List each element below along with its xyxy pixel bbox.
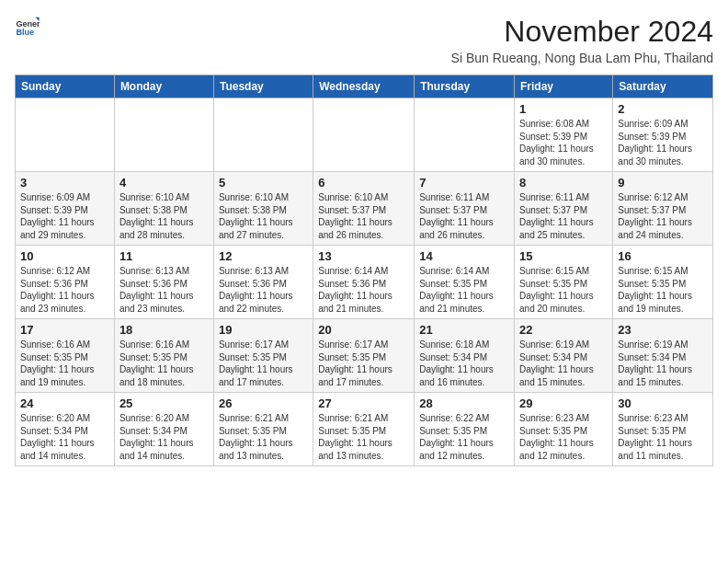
calendar-day-cell: 28Sunrise: 6:22 AMSunset: 5:35 PMDayligh…: [415, 393, 515, 466]
calendar-table: SundayMondayTuesdayWednesdayThursdayFrid…: [15, 75, 713, 466]
calendar-day-cell: 3Sunrise: 6:09 AMSunset: 5:39 PMDaylight…: [16, 172, 115, 246]
day-number: 25: [119, 396, 209, 410]
svg-text:Blue: Blue: [16, 28, 34, 37]
day-number: 14: [419, 249, 509, 263]
day-number: 13: [318, 249, 409, 263]
day-number: 11: [119, 249, 209, 263]
calendar-week-row: 17Sunrise: 6:16 AMSunset: 5:35 PMDayligh…: [16, 319, 713, 393]
calendar-day-cell: 18Sunrise: 6:16 AMSunset: 5:35 PMDayligh…: [114, 319, 213, 393]
calendar-day-cell: 22Sunrise: 6:19 AMSunset: 5:34 PMDayligh…: [515, 319, 613, 393]
month-title: November 2024: [451, 15, 713, 49]
svg-text:General: General: [16, 19, 40, 29]
calendar-day-cell: 30Sunrise: 6:23 AMSunset: 5:35 PMDayligh…: [613, 393, 713, 466]
day-number: 10: [20, 249, 109, 263]
calendar-day-cell: 11Sunrise: 6:13 AMSunset: 5:36 PMDayligh…: [114, 246, 213, 319]
day-of-week-header: Thursday: [415, 75, 515, 98]
day-info: Sunrise: 6:19 AMSunset: 5:34 PMDaylight:…: [519, 339, 608, 388]
calendar-day-cell: [16, 98, 115, 172]
day-info: Sunrise: 6:23 AMSunset: 5:35 PMDaylight:…: [519, 412, 608, 462]
day-info: Sunrise: 6:15 AMSunset: 5:35 PMDaylight:…: [519, 265, 608, 315]
calendar-day-cell: 19Sunrise: 6:17 AMSunset: 5:35 PMDayligh…: [213, 319, 313, 393]
day-info: Sunrise: 6:10 AMSunset: 5:38 PMDaylight:…: [119, 191, 209, 241]
day-info: Sunrise: 6:08 AMSunset: 5:39 PMDaylight:…: [519, 118, 608, 167]
logo: General Blue General Blue: [15, 15, 40, 40]
day-info: Sunrise: 6:15 AMSunset: 5:35 PMDaylight:…: [618, 265, 708, 315]
calendar-day-cell: 9Sunrise: 6:12 AMSunset: 5:37 PMDaylight…: [613, 172, 713, 246]
day-number: 28: [419, 396, 509, 410]
calendar-day-cell: 13Sunrise: 6:14 AMSunset: 5:36 PMDayligh…: [313, 246, 415, 319]
calendar-week-row: 10Sunrise: 6:12 AMSunset: 5:36 PMDayligh…: [16, 246, 713, 319]
calendar-day-cell: 15Sunrise: 6:15 AMSunset: 5:35 PMDayligh…: [515, 246, 613, 319]
day-number: 7: [419, 176, 509, 190]
calendar-week-row: 24Sunrise: 6:20 AMSunset: 5:34 PMDayligh…: [16, 393, 713, 466]
day-number: 22: [519, 323, 608, 337]
day-info: Sunrise: 6:09 AMSunset: 5:39 PMDaylight:…: [618, 118, 708, 167]
day-number: 4: [119, 176, 209, 190]
day-info: Sunrise: 6:17 AMSunset: 5:35 PMDaylight:…: [219, 339, 308, 388]
day-info: Sunrise: 6:12 AMSunset: 5:36 PMDaylight:…: [20, 265, 109, 315]
day-number: 5: [219, 176, 308, 190]
day-info: Sunrise: 6:21 AMSunset: 5:35 PMDaylight:…: [219, 412, 308, 462]
calendar-day-cell: 24Sunrise: 6:20 AMSunset: 5:34 PMDayligh…: [16, 393, 115, 466]
day-number: 24: [20, 396, 109, 410]
calendar-day-cell: 10Sunrise: 6:12 AMSunset: 5:36 PMDayligh…: [16, 246, 115, 319]
day-number: 20: [318, 323, 409, 337]
day-number: 1: [519, 102, 608, 116]
day-info: Sunrise: 6:09 AMSunset: 5:39 PMDaylight:…: [20, 191, 109, 241]
calendar-day-cell: 6Sunrise: 6:10 AMSunset: 5:37 PMDaylight…: [313, 172, 415, 246]
day-of-week-header: Sunday: [16, 75, 115, 98]
day-of-week-header: Friday: [515, 75, 613, 98]
day-number: 30: [618, 396, 708, 410]
day-number: 29: [519, 396, 608, 410]
calendar-day-cell: 16Sunrise: 6:15 AMSunset: 5:35 PMDayligh…: [613, 246, 713, 319]
calendar-day-cell: 25Sunrise: 6:20 AMSunset: 5:34 PMDayligh…: [114, 393, 213, 466]
calendar-day-cell: 27Sunrise: 6:21 AMSunset: 5:35 PMDayligh…: [313, 393, 415, 466]
day-number: 18: [119, 323, 209, 337]
day-number: 2: [618, 102, 708, 116]
day-number: 8: [519, 176, 608, 190]
day-number: 9: [618, 176, 708, 190]
day-info: Sunrise: 6:10 AMSunset: 5:37 PMDaylight:…: [318, 191, 409, 241]
calendar-day-cell: [313, 98, 415, 172]
day-info: Sunrise: 6:11 AMSunset: 5:37 PMDaylight:…: [419, 191, 509, 241]
calendar-day-cell: 12Sunrise: 6:13 AMSunset: 5:36 PMDayligh…: [213, 246, 313, 319]
calendar-day-cell: 26Sunrise: 6:21 AMSunset: 5:35 PMDayligh…: [213, 393, 313, 466]
day-info: Sunrise: 6:13 AMSunset: 5:36 PMDaylight:…: [219, 265, 308, 315]
day-info: Sunrise: 6:14 AMSunset: 5:36 PMDaylight:…: [318, 265, 409, 315]
day-info: Sunrise: 6:23 AMSunset: 5:35 PMDaylight:…: [618, 412, 708, 462]
day-info: Sunrise: 6:17 AMSunset: 5:35 PMDaylight:…: [318, 339, 409, 388]
logo-icon: General Blue: [15, 15, 40, 40]
calendar-day-cell: [415, 98, 515, 172]
calendar-day-cell: [213, 98, 313, 172]
day-info: Sunrise: 6:16 AMSunset: 5:35 PMDaylight:…: [119, 339, 209, 388]
calendar-day-cell: 20Sunrise: 6:17 AMSunset: 5:35 PMDayligh…: [313, 319, 415, 393]
day-number: 15: [519, 249, 608, 263]
calendar-day-cell: 5Sunrise: 6:10 AMSunset: 5:38 PMDaylight…: [213, 172, 313, 246]
title-block: November 2024 Si Bun Rueang, Nong Bua La…: [451, 15, 713, 65]
calendar-day-cell: 21Sunrise: 6:18 AMSunset: 5:34 PMDayligh…: [415, 319, 515, 393]
calendar-day-cell: 4Sunrise: 6:10 AMSunset: 5:38 PMDaylight…: [114, 172, 213, 246]
day-number: 23: [618, 323, 708, 337]
day-of-week-header: Monday: [114, 75, 213, 98]
calendar-day-cell: 2Sunrise: 6:09 AMSunset: 5:39 PMDaylight…: [613, 98, 713, 172]
calendar-day-cell: 23Sunrise: 6:19 AMSunset: 5:34 PMDayligh…: [613, 319, 713, 393]
day-number: 19: [219, 323, 308, 337]
day-info: Sunrise: 6:20 AMSunset: 5:34 PMDaylight:…: [119, 412, 209, 462]
day-number: 26: [219, 396, 308, 410]
calendar-week-row: 3Sunrise: 6:09 AMSunset: 5:39 PMDaylight…: [16, 172, 713, 246]
day-number: 12: [219, 249, 308, 263]
day-number: 6: [318, 176, 409, 190]
day-of-week-header: Wednesday: [313, 75, 415, 98]
calendar-header-row: SundayMondayTuesdayWednesdayThursdayFrid…: [16, 75, 713, 98]
day-number: 17: [20, 323, 109, 337]
day-number: 27: [318, 396, 409, 410]
day-info: Sunrise: 6:18 AMSunset: 5:34 PMDaylight:…: [419, 339, 509, 388]
location-subtitle: Si Bun Rueang, Nong Bua Lam Phu, Thailan…: [451, 51, 713, 65]
day-info: Sunrise: 6:22 AMSunset: 5:35 PMDaylight:…: [419, 412, 509, 462]
day-info: Sunrise: 6:14 AMSunset: 5:35 PMDaylight:…: [419, 265, 509, 315]
day-of-week-header: Tuesday: [213, 75, 313, 98]
day-info: Sunrise: 6:19 AMSunset: 5:34 PMDaylight:…: [618, 339, 708, 388]
day-number: 16: [618, 249, 708, 263]
day-info: Sunrise: 6:16 AMSunset: 5:35 PMDaylight:…: [20, 339, 109, 388]
page-header: General Blue General Blue November 2024 …: [15, 15, 713, 65]
